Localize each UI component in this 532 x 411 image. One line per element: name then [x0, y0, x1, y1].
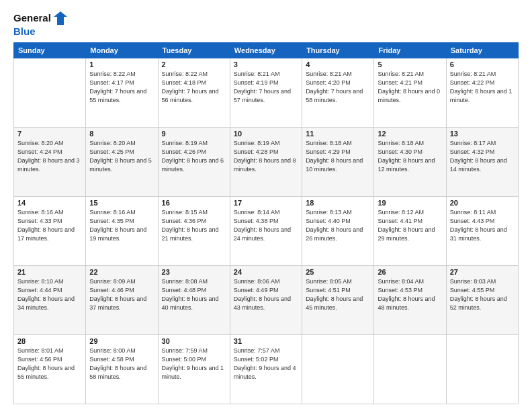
- calendar-cell: 2Sunrise: 8:22 AM Sunset: 4:18 PM Daylig…: [158, 58, 230, 128]
- calendar-cell: [374, 335, 446, 404]
- day-number: 14: [17, 199, 82, 207]
- calendar-cell: [446, 335, 518, 404]
- weekday-header: Saturday: [446, 43, 518, 58]
- day-number: 31: [234, 337, 298, 345]
- day-info: Sunrise: 8:10 AM Sunset: 4:44 PM Dayligh…: [17, 277, 82, 312]
- weekday-header-row: SundayMondayTuesdayWednesdayThursdayFrid…: [14, 43, 519, 58]
- day-info: Sunrise: 8:21 AM Sunset: 4:19 PM Dayligh…: [234, 70, 298, 105]
- calendar-cell: 18Sunrise: 8:13 AM Sunset: 4:40 PM Dayli…: [302, 197, 374, 266]
- day-number: 23: [162, 268, 226, 276]
- day-info: Sunrise: 8:22 AM Sunset: 4:18 PM Dayligh…: [162, 70, 226, 105]
- day-number: 7: [17, 130, 82, 138]
- day-number: 30: [162, 337, 226, 345]
- day-info: Sunrise: 8:17 AM Sunset: 4:32 PM Dayligh…: [450, 139, 515, 174]
- day-number: 2: [162, 60, 226, 68]
- calendar-cell: 29Sunrise: 8:00 AM Sunset: 4:58 PM Dayli…: [86, 335, 158, 404]
- calendar-cell: 26Sunrise: 8:04 AM Sunset: 4:53 PM Dayli…: [374, 266, 446, 335]
- day-number: 25: [306, 268, 370, 276]
- day-number: 26: [378, 268, 442, 276]
- day-info: Sunrise: 8:19 AM Sunset: 4:28 PM Dayligh…: [234, 139, 298, 174]
- calendar-cell: 1Sunrise: 8:22 AM Sunset: 4:17 PM Daylig…: [86, 58, 158, 128]
- logo-graphic: General Blue: [13, 11, 68, 37]
- weekday-header: Thursday: [302, 43, 374, 58]
- logo-arrow-icon: [53, 11, 68, 26]
- calendar-cell: 10Sunrise: 8:19 AM Sunset: 4:28 PM Dayli…: [230, 128, 302, 197]
- weekday-header: Tuesday: [158, 43, 230, 58]
- day-info: Sunrise: 8:19 AM Sunset: 4:26 PM Dayligh…: [162, 139, 226, 174]
- day-info: Sunrise: 8:13 AM Sunset: 4:40 PM Dayligh…: [306, 208, 370, 243]
- day-info: Sunrise: 8:12 AM Sunset: 4:41 PM Dayligh…: [378, 208, 442, 243]
- calendar-week-row: 1Sunrise: 8:22 AM Sunset: 4:17 PM Daylig…: [14, 58, 519, 128]
- day-info: Sunrise: 8:11 AM Sunset: 4:43 PM Dayligh…: [450, 208, 515, 243]
- calendar-cell: 11Sunrise: 8:18 AM Sunset: 4:29 PM Dayli…: [302, 128, 374, 197]
- weekday-header: Wednesday: [230, 43, 302, 58]
- calendar-cell: 15Sunrise: 8:16 AM Sunset: 4:35 PM Dayli…: [86, 197, 158, 266]
- calendar-cell: 31Sunrise: 7:57 AM Sunset: 5:02 PM Dayli…: [230, 335, 302, 404]
- day-number: 3: [234, 60, 298, 68]
- calendar-cell: 12Sunrise: 8:18 AM Sunset: 4:30 PM Dayli…: [374, 128, 446, 197]
- day-info: Sunrise: 8:00 AM Sunset: 4:58 PM Dayligh…: [89, 347, 154, 381]
- day-number: 18: [306, 199, 370, 207]
- calendar-cell: [14, 58, 86, 128]
- day-info: Sunrise: 8:16 AM Sunset: 4:35 PM Dayligh…: [89, 208, 154, 243]
- calendar-cell: 13Sunrise: 8:17 AM Sunset: 4:32 PM Dayli…: [446, 128, 518, 197]
- day-info: Sunrise: 8:21 AM Sunset: 4:22 PM Dayligh…: [450, 70, 515, 105]
- calendar-week-row: 28Sunrise: 8:01 AM Sunset: 4:56 PM Dayli…: [14, 335, 519, 404]
- day-number: 12: [378, 130, 442, 138]
- calendar-page: General Blue SundayMondayTuesdayWednesda…: [0, 0, 532, 411]
- calendar-cell: [302, 335, 374, 404]
- calendar-cell: 22Sunrise: 8:09 AM Sunset: 4:46 PM Dayli…: [86, 266, 158, 335]
- day-number: 29: [89, 337, 154, 345]
- day-number: 6: [450, 60, 515, 68]
- day-info: Sunrise: 8:01 AM Sunset: 4:56 PM Dayligh…: [17, 347, 82, 381]
- calendar-cell: 25Sunrise: 8:05 AM Sunset: 4:51 PM Dayli…: [302, 266, 374, 335]
- day-number: 22: [89, 268, 154, 276]
- header: General Blue: [13, 11, 519, 37]
- calendar-cell: 23Sunrise: 8:08 AM Sunset: 4:48 PM Dayli…: [158, 266, 230, 335]
- day-number: 20: [450, 199, 515, 207]
- day-info: Sunrise: 8:18 AM Sunset: 4:30 PM Dayligh…: [378, 139, 442, 174]
- day-number: 17: [234, 199, 298, 207]
- day-info: Sunrise: 8:03 AM Sunset: 4:55 PM Dayligh…: [450, 277, 515, 312]
- day-number: 28: [17, 337, 82, 345]
- day-info: Sunrise: 8:21 AM Sunset: 4:20 PM Dayligh…: [306, 70, 370, 105]
- day-info: Sunrise: 8:04 AM Sunset: 4:53 PM Dayligh…: [378, 277, 442, 312]
- calendar-table: SundayMondayTuesdayWednesdayThursdayFrid…: [13, 42, 519, 404]
- day-number: 21: [17, 268, 82, 276]
- day-number: 19: [378, 199, 442, 207]
- day-info: Sunrise: 8:21 AM Sunset: 4:21 PM Dayligh…: [378, 70, 442, 105]
- calendar-cell: 24Sunrise: 8:06 AM Sunset: 4:49 PM Dayli…: [230, 266, 302, 335]
- logo-general: General: [13, 12, 51, 24]
- day-info: Sunrise: 8:15 AM Sunset: 4:36 PM Dayligh…: [162, 208, 226, 243]
- calendar-cell: 30Sunrise: 7:59 AM Sunset: 5:00 PM Dayli…: [158, 335, 230, 404]
- calendar-cell: 4Sunrise: 8:21 AM Sunset: 4:20 PM Daylig…: [302, 58, 374, 128]
- day-info: Sunrise: 8:06 AM Sunset: 4:49 PM Dayligh…: [234, 277, 298, 312]
- calendar-cell: 20Sunrise: 8:11 AM Sunset: 4:43 PM Dayli…: [446, 197, 518, 266]
- calendar-cell: 9Sunrise: 8:19 AM Sunset: 4:26 PM Daylig…: [158, 128, 230, 197]
- day-number: 24: [234, 268, 298, 276]
- calendar-cell: 27Sunrise: 8:03 AM Sunset: 4:55 PM Dayli…: [446, 266, 518, 335]
- day-number: 1: [89, 60, 154, 68]
- weekday-header: Friday: [374, 43, 446, 58]
- day-number: 11: [306, 130, 370, 138]
- weekday-header: Monday: [86, 43, 158, 58]
- day-info: Sunrise: 8:22 AM Sunset: 4:17 PM Dayligh…: [89, 70, 154, 105]
- calendar-cell: 21Sunrise: 8:10 AM Sunset: 4:44 PM Dayli…: [14, 266, 86, 335]
- calendar-cell: 6Sunrise: 8:21 AM Sunset: 4:22 PM Daylig…: [446, 58, 518, 128]
- calendar-week-row: 7Sunrise: 8:20 AM Sunset: 4:24 PM Daylig…: [14, 128, 519, 197]
- calendar-cell: 5Sunrise: 8:21 AM Sunset: 4:21 PM Daylig…: [374, 58, 446, 128]
- weekday-header: Sunday: [14, 43, 86, 58]
- day-info: Sunrise: 7:59 AM Sunset: 5:00 PM Dayligh…: [162, 347, 226, 381]
- day-number: 13: [450, 130, 515, 138]
- day-info: Sunrise: 8:05 AM Sunset: 4:51 PM Dayligh…: [306, 277, 370, 312]
- calendar-cell: 7Sunrise: 8:20 AM Sunset: 4:24 PM Daylig…: [14, 128, 86, 197]
- day-info: Sunrise: 8:08 AM Sunset: 4:48 PM Dayligh…: [162, 277, 226, 312]
- calendar-cell: 16Sunrise: 8:15 AM Sunset: 4:36 PM Dayli…: [158, 197, 230, 266]
- calendar-week-row: 14Sunrise: 8:16 AM Sunset: 4:33 PM Dayli…: [14, 197, 519, 266]
- day-number: 15: [89, 199, 154, 207]
- calendar-cell: 28Sunrise: 8:01 AM Sunset: 4:56 PM Dayli…: [14, 335, 86, 404]
- svg-marker-0: [54, 11, 67, 25]
- calendar-cell: 14Sunrise: 8:16 AM Sunset: 4:33 PM Dayli…: [14, 197, 86, 266]
- calendar-cell: 19Sunrise: 8:12 AM Sunset: 4:41 PM Dayli…: [374, 197, 446, 266]
- day-number: 9: [162, 130, 226, 138]
